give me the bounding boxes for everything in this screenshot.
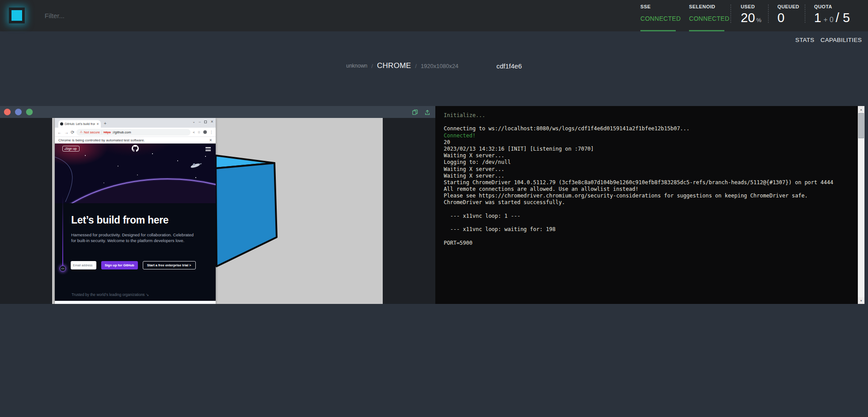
- spaceship-art: [190, 161, 202, 169]
- enterprise-trial-button[interactable]: Start a free enterprise trial >: [143, 261, 196, 269]
- close-session-button[interactable]: [4, 109, 11, 115]
- scrollbar-thumb[interactable]: [858, 113, 864, 138]
- session-descriptor: unknown / CHROME / 1920x1080x24: [346, 61, 458, 70]
- log-line: Initialize...: [444, 112, 855, 119]
- log-scrollbar[interactable]: ▲ ▼: [858, 106, 864, 304]
- scroll-down-icon[interactable]: ▼: [858, 297, 864, 304]
- log-line: [444, 220, 855, 226]
- stat-queued: QUEUED 0: [769, 0, 805, 31]
- top-header: SSE CONNECTED SELENOID CONNECTED USED 20…: [0, 0, 868, 31]
- session-row[interactable]: unknown / CHROME / 1920x1080x24 cdf1f4e6: [0, 61, 868, 70]
- stat-used-unit: %: [756, 17, 761, 23]
- window-buttons: [0, 109, 33, 115]
- trusted-by-text: Trusted by the world’s leading organizat…: [72, 292, 149, 297]
- menu-dots-icon[interactable]: ⋮: [209, 130, 213, 134]
- github-signup-button[interactable]: Sign up: [62, 146, 80, 152]
- session-quota-name: unknown: [346, 63, 367, 69]
- infobar-text: Chrome is being controlled by automated …: [58, 138, 145, 142]
- hamburger-menu-icon[interactable]: [206, 147, 211, 152]
- session-browser-name: CHROME: [377, 61, 411, 70]
- log-line: [444, 233, 855, 239]
- tab-capabilities[interactable]: CAPABILITIES: [821, 37, 862, 43]
- back-icon[interactable]: ←: [57, 130, 62, 135]
- github-favicon: [60, 122, 63, 125]
- log-line: --- x11vnc loop: 1 ---: [444, 213, 855, 220]
- log-line: Please see https://chromedriver.chromium…: [444, 193, 855, 199]
- timeline-glow-line: [62, 196, 63, 265]
- view-tabs: STATS CAPABILITIES: [796, 37, 862, 43]
- minimize-icon[interactable]: –: [199, 120, 201, 124]
- log-line: Waiting X server...: [444, 173, 855, 179]
- stat-sse-value: CONNECTED: [640, 15, 689, 22]
- resize-button[interactable]: [26, 109, 33, 115]
- log-line: 2023/02/13 14:32:16 [INIT] [Listening on…: [444, 146, 855, 152]
- fullscreen-button[interactable]: [15, 109, 22, 115]
- tab-stats[interactable]: STATS: [796, 37, 815, 43]
- chevron-down-icon[interactable]: ⌄: [192, 120, 195, 124]
- log-line: --- x11vnc loop: waiting for: 198: [444, 226, 855, 233]
- remote-email-input[interactable]: Email address: [71, 261, 96, 269]
- log-line: Logging to: /dev/null: [444, 159, 855, 166]
- log-line: Waiting X server...: [444, 166, 855, 173]
- remote-browser-tab[interactable]: GitHub: Let's build from he ✕: [58, 120, 101, 128]
- vnc-remote-screen[interactable]: GitHub: Let's build from he ✕ + ⌄ – ✕ ← …: [52, 118, 383, 304]
- github-logo-icon[interactable]: [132, 145, 139, 152]
- log-line: [444, 119, 855, 125]
- infobar-close-icon[interactable]: ✕: [209, 138, 212, 142]
- stat-queued-value: 0: [777, 11, 784, 25]
- forward-icon[interactable]: →: [64, 130, 69, 135]
- log-line: [444, 206, 855, 213]
- vnc-viewport: GitHub: Let's build from he ✕ + ⌄ – ✕ ← …: [0, 118, 435, 304]
- stat-used: USED 20 %: [731, 0, 768, 31]
- upload-icon[interactable]: [424, 109, 430, 115]
- avatar[interactable]: [203, 130, 207, 134]
- sse-connected-underline: [640, 30, 676, 31]
- log-line: Waiting X server...: [444, 152, 855, 159]
- code-icon: <>: [60, 265, 66, 272]
- stat-quota-current: 1: [814, 11, 821, 25]
- status-bar: SSE CONNECTED SELENOID CONNECTED USED 20…: [640, 0, 859, 31]
- not-secure-label: Not secure: [84, 130, 100, 134]
- automation-infobar: Chrome is being controlled by automated …: [55, 137, 216, 144]
- vnc-session-card: GitHub: Let's build from he ✕ + ⌄ – ✕ ← …: [0, 106, 435, 304]
- window-close-icon[interactable]: ✕: [210, 120, 213, 124]
- session-log-panel: Initialize... Connecting to ws://localho…: [435, 106, 864, 304]
- url-host: ://github.com: [112, 130, 131, 134]
- stat-sse-label: SSE: [640, 4, 689, 9]
- stat-sse: SSE CONNECTED: [640, 0, 689, 31]
- copy-icon[interactable]: [412, 109, 418, 115]
- tab-close-icon[interactable]: ✕: [96, 122, 99, 126]
- stat-quota-pending: + 0: [823, 16, 834, 24]
- stat-selenoid: SELENOID CONNECTED: [689, 0, 731, 31]
- reload-icon[interactable]: ⟳: [71, 130, 74, 135]
- url-scheme: https: [103, 130, 110, 134]
- github-paragraph: Harnessed for productivity. Designed for…: [71, 232, 194, 244]
- log-line: PORT=5900: [444, 240, 855, 246]
- remote-browser-window: GitHub: Let's build from he ✕ + ⌄ – ✕ ← …: [55, 118, 216, 304]
- filter-input[interactable]: [44, 8, 185, 23]
- remote-toolbar: ← → ⟳ ⚠ Not secure | https ://github.com…: [55, 128, 216, 137]
- url-separator: |: [101, 130, 102, 134]
- stat-used-label: USED: [741, 4, 768, 9]
- stat-selenoid-value: CONNECTED: [689, 15, 731, 22]
- log-line: Connected!: [444, 133, 855, 139]
- app-logo[interactable]: [9, 8, 25, 23]
- signup-for-github-button[interactable]: Sign up for GitHub: [101, 261, 138, 269]
- session-separator: /: [415, 63, 417, 69]
- session-id[interactable]: cdf1f4e6: [496, 62, 522, 70]
- selenoid-connected-underline: [689, 30, 724, 31]
- new-tab-icon[interactable]: +: [104, 119, 107, 128]
- share-icon[interactable]: <: [193, 130, 195, 134]
- session-screen-resolution: 1920x1080x24: [421, 63, 458, 69]
- log-line: ChromeDriver was started successfully.: [444, 199, 855, 206]
- remote-tabstrip: GitHub: Let's build from he ✕ + ⌄ – ✕: [55, 118, 216, 128]
- stat-quota: QUOTA 1 + 0 / 5: [805, 0, 859, 31]
- address-bar[interactable]: ⚠ Not secure | https ://github.com: [76, 129, 190, 136]
- maximize-icon[interactable]: [204, 121, 207, 123]
- stat-quota-max: / 5: [836, 11, 850, 25]
- stat-used-value: 20: [741, 11, 755, 25]
- log-line: 20: [444, 139, 855, 146]
- star-icon[interactable]: ☆: [198, 130, 201, 134]
- vnc-titlebar: [0, 106, 435, 118]
- scroll-up-icon[interactable]: ▲: [858, 106, 864, 113]
